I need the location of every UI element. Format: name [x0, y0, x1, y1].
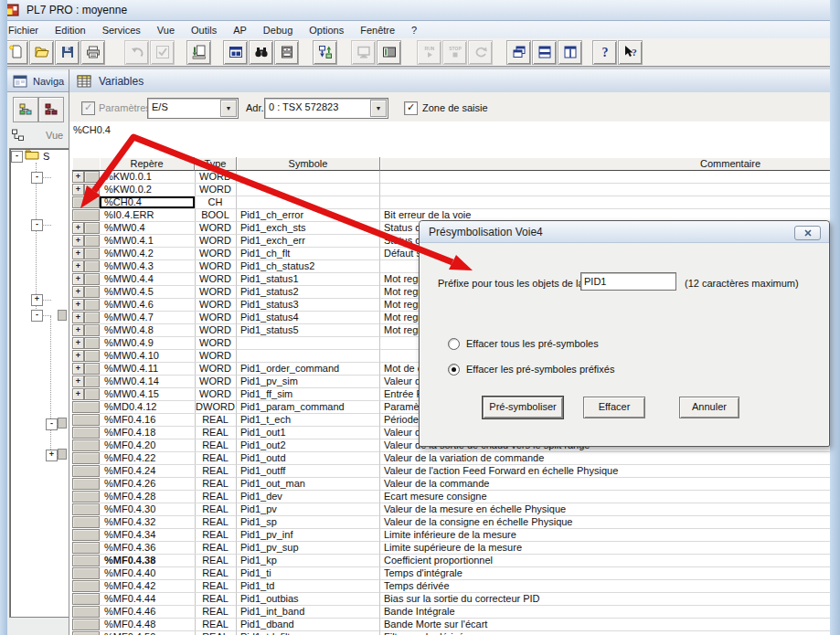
cell-c[interactable]: Valeur de la commande	[380, 478, 831, 491]
cell-s[interactable]: Pid1_status2	[237, 286, 380, 299]
cell-t[interactable]: WORD	[195, 299, 237, 312]
navigator-titlebar[interactable]: Naviga	[7, 71, 69, 92]
cell-t[interactable]: WORD	[195, 248, 237, 260]
clear-button[interactable]: Effacer	[583, 397, 645, 418]
cell-c[interactable]: Bande Morte sur l'écart	[380, 619, 831, 631]
row-expander-button[interactable]: +	[72, 286, 84, 298]
cell-s[interactable]: Pid1_outff	[237, 465, 380, 478]
cell-r[interactable]: %MF0.4.46	[100, 606, 196, 619]
cell-s[interactable]: Pid1_out1	[237, 427, 380, 439]
cell-r[interactable]: %MD0.4.12	[100, 401, 196, 414]
chevron-down-icon[interactable]: ▼	[220, 100, 237, 117]
row-header-button[interactable]	[84, 388, 100, 400]
address-combo[interactable]: 0 : TSX 572823 ▼	[264, 98, 388, 119]
cell-r[interactable]: %MF0.4.18	[100, 427, 196, 439]
menu-ap[interactable]: AP	[225, 23, 255, 37]
cell-r[interactable]: %MW0.4.7	[100, 312, 196, 324]
cell-s[interactable]: Pid1_status5	[237, 324, 380, 337]
cell-c[interactable]: Valeur de l'action Feed Forward en échel…	[380, 465, 831, 478]
menu-vue[interactable]: Vue	[149, 23, 183, 37]
cell-s[interactable]: Pid1_dev	[237, 491, 380, 503]
cell-s[interactable]: Pid1_pv_sup	[237, 542, 380, 555]
search-button[interactable]	[249, 40, 273, 65]
cell-c[interactable]: Valeur de la mesure en échelle Physique	[380, 503, 831, 516]
column-header-t[interactable]: Type	[195, 157, 237, 171]
cell-s[interactable]: Pid1_out2	[237, 439, 380, 452]
row-expander-button[interactable]: +	[72, 350, 84, 362]
context-help-button[interactable]: ?	[618, 40, 643, 65]
cell-t[interactable]: REAL	[195, 606, 237, 619]
cell-r[interactable]: %MW0.4.6	[100, 299, 196, 312]
cell-s[interactable]: Pid1_dband	[237, 619, 380, 631]
help-button[interactable]: ?	[592, 40, 617, 65]
cell-s[interactable]: Pid1_ff_sim	[237, 388, 380, 401]
parametres-checkbox[interactable]: ✓	[81, 101, 95, 115]
menu-edition[interactable]: Edition	[47, 23, 94, 37]
cell-s[interactable]	[237, 196, 380, 209]
cell-r[interactable]: %MW0.4.5	[100, 286, 196, 299]
transfer-button[interactable]	[313, 40, 337, 65]
cell-t[interactable]: REAL	[195, 478, 237, 491]
open-folder-button[interactable]	[29, 40, 54, 65]
row-header-button[interactable]	[72, 555, 100, 566]
row-expander-button[interactable]: +	[72, 363, 84, 375]
cell-t[interactable]: REAL	[195, 542, 237, 555]
cell-t[interactable]: REAL	[195, 593, 237, 606]
cell-s[interactable]: Pid1_status3	[237, 299, 380, 312]
cell-t[interactable]: BOOL	[195, 209, 237, 222]
cell-r[interactable]: %MF0.4.24	[100, 465, 196, 478]
cell-r[interactable]: %MF0.4.42	[100, 580, 196, 593]
row-expander-button[interactable]: +	[72, 273, 84, 285]
window-titlebar[interactable]: PL7 PRO : moyenne	[0, 0, 840, 21]
cell-r[interactable]: %MF0.4.38	[100, 555, 196, 567]
tree-root-label[interactable]: S	[43, 151, 49, 162]
cascade-button[interactable]	[506, 40, 531, 65]
cell-c[interactable]: Limite supérieure de la mesure	[380, 542, 831, 555]
row-expander-button[interactable]: +	[72, 312, 84, 323]
tab-structural-view[interactable]	[13, 97, 38, 122]
cell-t[interactable]: REAL	[195, 439, 237, 452]
row-expander-button[interactable]: +	[72, 299, 84, 311]
cell-t[interactable]: WORD	[195, 337, 237, 350]
cell-r[interactable]: %MF0.4.30	[100, 503, 196, 516]
cell-t[interactable]: REAL	[195, 465, 237, 478]
cell-c[interactable]: Valeur de la consigne en échelle Physiqu…	[380, 516, 831, 529]
cell-s[interactable]: Pid1_int_band	[237, 606, 380, 619]
cell-t[interactable]: WORD	[195, 235, 237, 248]
cell-s[interactable]: Pid1_td_filt	[237, 631, 380, 635]
radio-clear-all[interactable]	[448, 338, 460, 350]
cell-r[interactable]: %MF0.4.50	[100, 631, 196, 635]
cell-r[interactable]: %MW0.4.14	[100, 376, 196, 388]
row-header-button[interactable]	[72, 427, 100, 439]
cell-s[interactable]: Pid1_sp	[237, 516, 380, 529]
row-header-button[interactable]	[72, 209, 100, 221]
cell-t[interactable]: DWORD	[195, 401, 237, 414]
cell-s[interactable]: Pid1_outbias	[237, 593, 380, 606]
cell-t[interactable]: WORD	[195, 388, 237, 401]
cell-t[interactable]: WORD	[195, 171, 237, 184]
row-header-button[interactable]: P	[72, 196, 100, 208]
cell-r[interactable]: %MW0.4.15	[100, 388, 196, 401]
menu-options[interactable]: Options	[301, 23, 352, 37]
cell-r[interactable]: %MF0.4.26	[100, 478, 196, 491]
row-expander-button[interactable]: +	[72, 171, 84, 183]
chevron-down-icon[interactable]: ▼	[370, 100, 387, 117]
cell-s[interactable]: Pid1_order_command	[237, 363, 380, 376]
type-selector-combo[interactable]: E/S ▼	[147, 98, 239, 119]
row-header-button[interactable]	[72, 567, 100, 579]
menu-services[interactable]: Services	[94, 23, 149, 37]
row-header-button[interactable]	[72, 593, 100, 605]
cell-c[interactable]: Bande Intégrale	[380, 606, 831, 619]
row-expander-button[interactable]: +	[72, 376, 84, 387]
cell-s[interactable]	[237, 184, 380, 196]
cell-t[interactable]: WORD	[195, 273, 237, 286]
screen-button[interactable]	[223, 40, 248, 65]
cell-r[interactable]: %MW0.4.1	[100, 235, 196, 248]
row-header-button[interactable]	[72, 606, 100, 618]
row-expander-button[interactable]: +	[72, 235, 84, 247]
cell-s[interactable]: Pid1_exch_err	[237, 235, 380, 248]
cell-s[interactable]: Pid1_kp	[237, 555, 380, 567]
cell-r[interactable]: %MF0.4.44	[100, 593, 196, 606]
cell-t[interactable]: WORD	[195, 312, 237, 324]
cell-t[interactable]: WORD	[195, 363, 237, 376]
